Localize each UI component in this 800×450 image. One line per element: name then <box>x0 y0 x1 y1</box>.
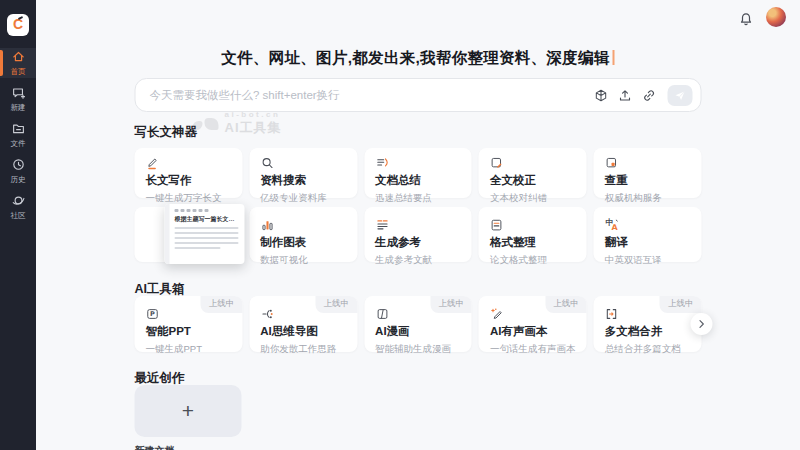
watermark: ai-bot.cn AI工具集 <box>193 110 282 137</box>
sidebar-item-community[interactable]: 社区 <box>0 192 36 222</box>
long-writing-preview-popup: 根据主题写一篇长文… <box>165 204 245 264</box>
main-area: 文件、网址、图片,都发出来,我帮你整理资料、深度编辑 ai-bot.cn AI工… <box>36 0 800 450</box>
card-research-search[interactable]: 资料搜索 亿级专业资料库 <box>249 148 357 198</box>
watermark-name: AI工具集 <box>225 119 282 137</box>
sidebar: C 首页 新建 文件 历史 社区 <box>0 0 36 450</box>
prompt-input-bar <box>135 78 702 112</box>
bar-chart-icon <box>260 217 346 232</box>
sidebar-item-history[interactable]: 历史 <box>0 156 36 186</box>
card-make-chart[interactable]: 制作图表 数据可视化 <box>249 207 357 262</box>
sidebar-item-label: 文件 <box>10 138 25 148</box>
user-avatar[interactable] <box>766 7 786 27</box>
card-proofread[interactable]: 全文校正 文本校对纠错 <box>479 148 587 198</box>
scroll-right-button[interactable] <box>691 313 713 335</box>
link-icon[interactable] <box>642 88 657 103</box>
sidebar-item-label: 新建 <box>10 102 25 112</box>
status-badge: 上线中 <box>660 296 702 313</box>
sidebar-item-label: 首页 <box>10 66 25 76</box>
plus-icon: + <box>182 399 194 423</box>
prompt-input[interactable] <box>150 89 594 101</box>
hero-title: 文件、网址、图片,都发出来,我帮你整理资料、深度编辑 <box>135 48 702 69</box>
status-badge: 上线中 <box>430 296 472 313</box>
new-chat-icon <box>11 85 26 100</box>
card-translate[interactable]: 中A 翻译 中英双语互译 <box>594 207 702 262</box>
plagiarism-icon <box>605 155 691 170</box>
community-planet-icon <box>11 193 26 208</box>
sidebar-item-files[interactable]: 文件 <box>0 120 36 150</box>
status-badge: 上线中 <box>545 296 587 313</box>
card-generate-references[interactable]: 生成参考 生成参考文献 <box>364 207 472 262</box>
sidebar-item-new[interactable]: 新建 <box>0 84 36 114</box>
card-merge-docs[interactable]: 上线中 多文档合并 总结合并多篇文档 <box>594 296 702 352</box>
notification-bell-icon[interactable] <box>738 11 754 27</box>
format-icon <box>490 217 576 232</box>
svg-text:P: P <box>150 310 155 318</box>
sidebar-item-label: 社区 <box>10 210 25 220</box>
card-doc-summary[interactable]: 文档总结 迅速总结要点 <box>364 148 472 198</box>
card-preview-slot[interactable]: 根据主题写一篇长文… <box>135 207 243 262</box>
status-badge: 上线中 <box>316 296 358 313</box>
svg-text:A: A <box>612 223 619 232</box>
folder-icon <box>11 121 26 136</box>
tool-row-1: 长文写作 一键生成万字长文 资料搜索 亿级专业资料库 文档总结 迅速总结要点 全… <box>135 148 702 198</box>
proofread-icon <box>490 155 576 170</box>
card-plagiarism-check[interactable]: 查重 权威机构服务 <box>594 148 702 198</box>
references-icon <box>375 217 461 232</box>
pencil-icon <box>146 155 232 170</box>
tool-row-3: 上线中 P 智能PPT 一键生成PPT 上线中 AI思维导图 助你发散工作思路 … <box>135 296 702 352</box>
send-button[interactable] <box>668 85 693 106</box>
summary-icon <box>375 155 461 170</box>
search-icon <box>260 155 346 170</box>
status-badge: 上线中 <box>201 296 243 313</box>
home-icon <box>11 49 26 64</box>
sidebar-nav: 首页 新建 文件 历史 社区 <box>0 48 36 222</box>
upload-icon[interactable] <box>618 88 633 103</box>
preview-toolbar <box>175 209 239 212</box>
card-ai-audiobook[interactable]: 上线中 AI有声画本 一句话生成有声画本 <box>479 296 587 352</box>
card-ai-comic[interactable]: 上线中 AI漫画 智能辅助生成漫画 <box>364 296 472 352</box>
sidebar-item-home[interactable]: 首页 <box>0 48 36 78</box>
card-format-cleanup[interactable]: 格式整理 论文格式整理 <box>479 207 587 262</box>
card-long-writing[interactable]: 长文写作 一键生成万字长文 <box>135 148 243 198</box>
preview-doc-title: 根据主题写一篇长文… <box>175 215 239 224</box>
translate-icon: 中A <box>605 217 691 232</box>
new-creation-label: 新建文档 <box>135 444 175 450</box>
new-creation-card[interactable]: + <box>135 385 242 437</box>
card-ai-mindmap[interactable]: 上线中 AI思维导图 助你发散工作思路 <box>249 296 357 352</box>
app-logo[interactable]: C <box>7 14 29 36</box>
sidebar-item-label: 历史 <box>10 174 25 184</box>
card-smart-ppt[interactable]: 上线中 P 智能PPT 一键生成PPT <box>135 296 243 352</box>
tool-row-2: 根据主题写一篇长文… 制作图表 数据可视化 生成参考 生成参考文献 格式整理 论… <box>135 207 702 262</box>
section-title-long-writing: 写长文神器 <box>135 124 198 141</box>
history-clock-icon <box>11 157 26 172</box>
model-cube-icon[interactable] <box>594 88 609 103</box>
text-caret <box>613 50 615 65</box>
